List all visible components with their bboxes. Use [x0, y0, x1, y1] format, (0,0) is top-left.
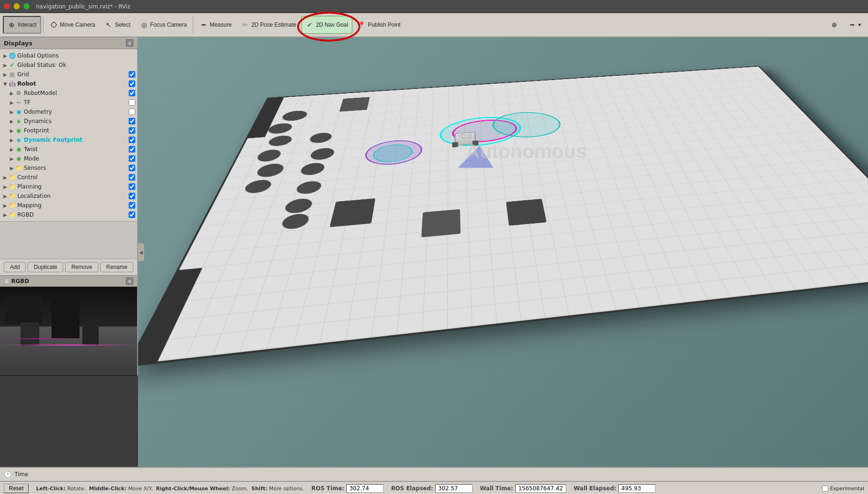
toolbar-menu-icon: ━ — [848, 21, 856, 29]
tree-item-global-status[interactable]: ▶ ✔ Global Status: Ok — [0, 60, 137, 70]
twist-label: Twist — [24, 146, 127, 153]
mapping-checkbox[interactable] — [129, 202, 135, 209]
footprint-checkbox[interactable] — [129, 127, 135, 134]
minimize-button[interactable] — [14, 3, 20, 9]
footprint-label: Footprint — [24, 127, 127, 134]
rename-button[interactable]: Rename — [100, 262, 133, 272]
close-button[interactable] — [4, 3, 10, 9]
sensors-checkbox[interactable] — [129, 165, 135, 171]
mode-label: Mode — [24, 155, 127, 162]
tree-item-mapping[interactable]: ▶ 📁 Mapping — [0, 201, 137, 210]
tree-item-dynamics[interactable]: ▶ ◈ Dynamics — [0, 116, 137, 126]
crosshair-button[interactable]: ⊕ — [826, 16, 843, 34]
pose-estimate-button[interactable]: ✏ 2D Pose Estimate — [237, 16, 300, 34]
mapping-label: Mapping — [17, 202, 127, 209]
displays-close-button[interactable]: × — [126, 39, 133, 47]
dynamic-footprint-checkbox[interactable] — [129, 137, 135, 143]
move-camera-button[interactable]: Move Camera — [45, 16, 99, 34]
status-hint: Left-Click: Rotate. Middle-Click: Move X… — [36, 486, 304, 492]
toolbar-dropdown-button[interactable]: ━ ▾ — [844, 16, 865, 34]
3d-viewport[interactable]: Autonomous — [138, 37, 868, 467]
remove-button[interactable]: Remove — [65, 262, 98, 272]
toolbar-end: ⊕ ━ ▾ — [826, 16, 865, 34]
tree-item-robot[interactable]: ▼ 🤖 Robot — [0, 79, 137, 88]
obstacle-corner-2 — [329, 198, 375, 227]
rgbd-view[interactable] — [0, 287, 137, 375]
tree-item-localization[interactable]: ▶ 📁 Localization — [0, 191, 137, 201]
tree-item-mode[interactable]: ▶ ◉ Mode — [0, 154, 137, 163]
tree-item-robot-model[interactable]: ▶ ⚙ RobotModel — [0, 88, 137, 98]
ros-time-label: ROS Time: — [312, 485, 344, 492]
wall-elapsed-label: Wall Elapsed: — [574, 485, 616, 492]
displays-header: Displays × — [0, 37, 137, 49]
twist-checkbox[interactable] — [129, 146, 135, 153]
experimental-checkbox[interactable] — [822, 486, 828, 492]
localization-label: Localization — [17, 193, 127, 199]
control-checkbox[interactable] — [129, 174, 135, 181]
scene-container — [138, 37, 868, 467]
crosshair-icon: ⊕ — [830, 21, 839, 29]
global-options-icon: 🌐 — [8, 52, 16, 59]
tree-item-grid[interactable]: ▶ ▦ Grid — [0, 70, 137, 79]
expand-grid-icon: ▶ — [2, 71, 8, 78]
focus-camera-icon: ◎ — [140, 21, 148, 29]
grid-icon: ▦ — [8, 71, 16, 78]
tf-checkbox[interactable] — [129, 99, 135, 106]
toolbar: ⊕ Interact Move Camera ↖ Select ◎ Focus … — [0, 13, 868, 37]
focus-camera-button[interactable]: ◎ Focus Camera — [136, 16, 191, 34]
planning-checkbox[interactable] — [129, 183, 135, 190]
left-click-label: Left-Click: — [36, 486, 66, 492]
properties-panel — [0, 221, 137, 259]
localization-folder-icon: 📁 — [8, 192, 16, 200]
shift-action: More options. — [269, 486, 304, 492]
expand-control-icon: ▶ — [2, 174, 8, 181]
ros-elapsed-field: ROS Elapsed: 302.57 — [391, 484, 473, 493]
grid-checkbox[interactable] — [129, 71, 135, 78]
expand-tf-icon: ▶ — [8, 99, 15, 106]
tree-item-rgbd[interactable]: ▶ 📁 RGBD — [0, 210, 137, 219]
rgbd-panel-close-button[interactable]: × — [126, 277, 133, 285]
tree-item-tf[interactable]: ▶ ↔ TF — [0, 98, 137, 107]
tree-item-footprint[interactable]: ▶ ◉ Footprint — [0, 126, 137, 135]
panel-buttons: Add Duplicate Remove Rename — [0, 259, 137, 275]
rgbd-panel: 🖥 RGBD × — [0, 275, 137, 376]
publish-point-button[interactable]: 📍 Publish Point — [353, 16, 405, 34]
footprint-icon: ◉ — [15, 127, 22, 134]
measure-button[interactable]: ━ Measure — [195, 16, 236, 34]
select-button[interactable]: ↖ Select — [100, 16, 134, 34]
tree-item-control[interactable]: ▶ 📁 Control — [0, 173, 137, 182]
tree-item-twist[interactable]: ▶ ◉ Twist — [0, 145, 137, 154]
maximize-button[interactable] — [23, 3, 29, 9]
rgbd-checkbox[interactable] — [129, 211, 135, 218]
dropdown-icon: ▾ — [858, 22, 861, 28]
dynamic-footprint-label: Dynamic Footprint — [24, 137, 127, 143]
expand-sensors-icon: ▶ — [8, 165, 15, 171]
tree-item-global-options[interactable]: ▶ 🌐 Global Options — [0, 51, 137, 60]
time-label: Time — [15, 471, 28, 478]
localization-checkbox[interactable] — [129, 193, 135, 199]
select-icon: ↖ — [104, 21, 113, 29]
tree-item-odometry[interactable]: ▶ ◉ Odometry — [0, 107, 137, 116]
tree-item-planning[interactable]: ▶ 📁 Planning — [0, 182, 137, 191]
reset-button[interactable]: Reset — [4, 484, 29, 493]
tree-item-dynamic-footprint[interactable]: ▶ ◈ Dynamic Footprint — [0, 135, 137, 145]
odometry-checkbox[interactable] — [129, 109, 135, 115]
add-button[interactable]: Add — [4, 262, 26, 272]
tree-item-sensors[interactable]: ▶ 📁 Sensors — [0, 163, 137, 173]
experimental-field: Experimental — [822, 486, 864, 492]
interact-button[interactable]: ⊕ Interact — [3, 16, 41, 34]
main-area: Displays × ▶ 🌐 Global Options ▶ ✔ Global… — [0, 37, 868, 467]
rgbd-obj-2 — [51, 301, 80, 338]
rgbd-detection-line-1 — [0, 344, 137, 346]
middle-click-label: Middle-Click: — [89, 486, 126, 492]
robot-checkbox[interactable] — [129, 80, 135, 87]
nav-goal-button[interactable]: ✔ 2D Nav Goal — [301, 16, 352, 34]
robot-model-checkbox[interactable] — [129, 90, 135, 96]
duplicate-button[interactable]: Duplicate — [28, 262, 63, 272]
mode-checkbox[interactable] — [129, 155, 135, 162]
ros-time-field: ROS Time: 302.74 — [312, 484, 384, 493]
panel-collapse-button[interactable]: ◀ — [138, 243, 145, 262]
dynamics-label: Dynamics — [24, 118, 127, 124]
global-status-label: Global Status: Ok — [17, 62, 135, 68]
dynamics-checkbox[interactable] — [129, 118, 135, 124]
